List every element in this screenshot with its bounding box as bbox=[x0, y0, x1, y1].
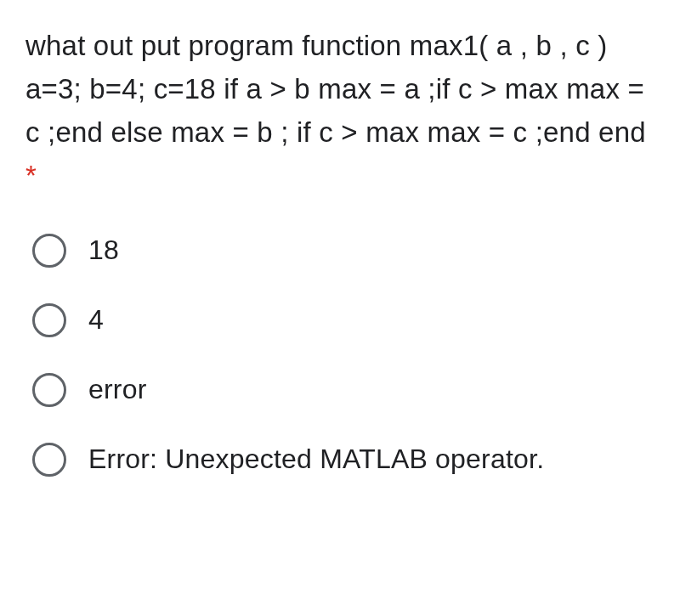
question-text: what out put program function max1( a , … bbox=[26, 24, 654, 198]
radio-icon bbox=[32, 234, 66, 268]
radio-icon bbox=[32, 443, 66, 477]
required-asterisk: * bbox=[26, 160, 37, 191]
radio-icon bbox=[32, 373, 66, 407]
option-2[interactable]: 4 bbox=[32, 303, 654, 337]
option-4[interactable]: Error: Unexpected MATLAB operator. bbox=[32, 443, 654, 477]
option-label: error bbox=[88, 374, 147, 405]
option-3[interactable]: error bbox=[32, 373, 654, 407]
option-label: 4 bbox=[88, 304, 104, 336]
options-group: 18 4 error Error: Unexpected MATLAB oper… bbox=[26, 234, 654, 477]
radio-icon bbox=[32, 303, 66, 337]
option-label: 18 bbox=[88, 235, 119, 266]
option-label: Error: Unexpected MATLAB operator. bbox=[88, 444, 544, 475]
option-1[interactable]: 18 bbox=[32, 234, 654, 268]
question-body: what out put program function max1( a , … bbox=[26, 30, 646, 148]
